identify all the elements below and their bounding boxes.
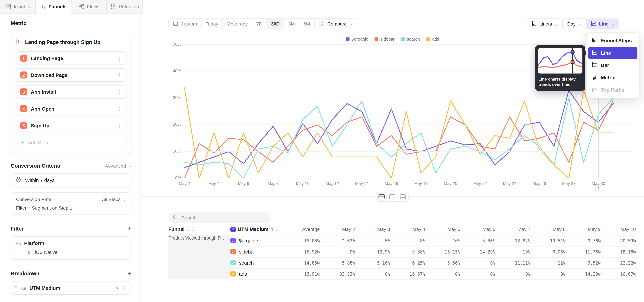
range-7d[interactable]: 7D xyxy=(252,19,267,29)
column-header-date[interactable]: May 10 xyxy=(600,224,636,235)
chart-view-button[interactable] xyxy=(387,192,398,201)
funnel-step-4[interactable]: 4 App Open ⋮ xyxy=(16,102,126,116)
funnel-header-label: Funnel xyxy=(168,226,184,232)
range-3m[interactable]: 3M xyxy=(284,19,299,29)
annotation-badge[interactable]: 1 xyxy=(595,185,602,192)
legend-swatch xyxy=(346,37,350,41)
drag-handle-icon[interactable]: ☰ xyxy=(14,286,18,290)
step-kebab-icon[interactable]: ⋮ xyxy=(117,123,122,128)
segment-selector[interactable]: Filter + Segment on Step 1 ⌄ xyxy=(16,205,126,210)
funnel-step-1[interactable]: 1 Landing Page ⋮ xyxy=(16,51,126,65)
table-row[interactable]: ✓ads 13.91% 33.33% 0% 16.67% 0% 0% 0% 0%… xyxy=(168,268,636,279)
compare-label: Compare xyxy=(327,21,347,26)
funnel-cell[interactable]: Product Viewed through P... xyxy=(168,235,230,279)
table-row[interactable]: ✓sidebar 15.92% 0% 12.9% 9.38% 15.15% 14… xyxy=(168,246,636,257)
x-axis-tick-label: May 12 xyxy=(320,181,345,186)
range-30d[interactable]: 30D xyxy=(267,19,284,29)
funnel-step-5[interactable]: 5 Sign Up ⋮ xyxy=(16,119,126,132)
annotation-line xyxy=(362,45,362,178)
breakdown-column-header[interactable]: ✓ UTM Medium 4 ⌄ xyxy=(230,224,285,235)
legend-item-ads[interactable]: ads xyxy=(426,36,439,42)
row-checkbox[interactable]: ✓ xyxy=(230,260,236,266)
compare-button[interactable]: Compare ⌄ xyxy=(323,18,357,29)
chevron-down-icon: ⌄ xyxy=(555,22,558,26)
add-breakdown-button[interactable]: + xyxy=(128,270,131,276)
tab-insights[interactable]: Insights xyxy=(0,0,36,14)
row-checkbox[interactable]: ✓ xyxy=(230,271,236,276)
step-kebab-icon[interactable]: ⋮ xyxy=(117,90,122,94)
legend-item-organic[interactable]: $organic xyxy=(346,36,368,42)
value-cell: 2.63% xyxy=(320,235,355,246)
row-checkbox[interactable]: ✓ xyxy=(230,238,236,243)
funnel-column-header[interactable]: Funnel 1 ⌄ xyxy=(168,224,230,235)
range-today[interactable]: Today xyxy=(202,19,223,29)
column-header-average[interactable]: Average xyxy=(285,224,320,235)
chevron-down-icon: ⌄ xyxy=(122,197,126,202)
step-number-badge: 5 xyxy=(20,122,27,129)
tab-flows[interactable]: Flows xyxy=(71,0,107,14)
range-yesterday[interactable]: Yesterday xyxy=(223,19,252,29)
breakdown-header-label: UTM Medium xyxy=(238,226,268,232)
filter-card[interactable]: Aa Platform ⋮ Is iOS Native xyxy=(11,236,132,260)
conversion-window-button[interactable]: Within 7 days xyxy=(11,173,132,187)
interval-selector-button[interactable]: Day ⌄ xyxy=(563,18,586,29)
chevron-down-icon: ⌄ xyxy=(578,22,582,26)
legend-item-search[interactable]: search xyxy=(401,36,420,42)
remove-breakdown-icon[interactable]: × xyxy=(116,285,119,290)
chart-type-button[interactable]: Line ⌄ xyxy=(586,18,619,29)
menu-item-metric[interactable]: # Metric xyxy=(588,72,638,84)
row-checkbox[interactable]: ✓ xyxy=(230,249,236,254)
annotation-badge[interactable]: 1 xyxy=(358,185,366,192)
menu-item-bar[interactable]: Bar xyxy=(588,59,638,72)
menu-item-funnel-steps[interactable]: Funnel Steps xyxy=(588,34,638,47)
table-row[interactable]: ✓search 14.85% 5.88% 5.26% 6.25% 5.56% 0… xyxy=(168,257,636,268)
conversion-rate-selector[interactable]: All Steps ⌄ xyxy=(102,197,126,202)
step-kebab-icon[interactable]: ⋮ xyxy=(117,72,122,77)
table-row[interactable]: Product Viewed through P... ✓$organic 16… xyxy=(168,235,636,246)
tab-label: Funnels xyxy=(48,4,66,9)
breakdown-property: UTM Medium xyxy=(30,285,112,290)
breakdown-card[interactable]: ☰ Aa UTM Medium × ⋮ xyxy=(11,281,132,294)
column-header-date[interactable]: May 6 xyxy=(460,224,495,235)
menu-item-line[interactable]: Line xyxy=(588,47,638,59)
column-header-date[interactable]: May 3 xyxy=(355,224,390,235)
table-search[interactable] xyxy=(168,212,271,223)
funnel-step-2[interactable]: 2 Download Page ⋮ xyxy=(16,68,126,82)
column-header-date[interactable]: May 9 xyxy=(566,224,600,235)
funnel-step-3[interactable]: 3 App Install ⋮ xyxy=(16,85,126,99)
value-cell: 19.51% xyxy=(530,235,566,246)
legend-item-sidebar[interactable]: sidebar xyxy=(375,36,394,42)
filter-operator[interactable]: Is xyxy=(26,250,30,255)
column-header-date[interactable]: May 8 xyxy=(530,224,566,235)
column-header-date[interactable]: May 7 xyxy=(496,224,530,235)
range-custom[interactable]: Custom xyxy=(169,19,202,29)
search-input[interactable] xyxy=(181,215,267,220)
column-header-date[interactable]: May 5 xyxy=(425,224,460,235)
value-cell: 0% xyxy=(355,268,390,279)
menu-item-label: Bar xyxy=(601,62,609,68)
value-cell: 11.76% xyxy=(566,246,600,257)
step-kebab-icon[interactable]: ⋮ xyxy=(117,106,122,111)
add-step-button[interactable]: + Add Step xyxy=(16,136,126,149)
filter-value[interactable]: iOS Native xyxy=(35,250,58,255)
series-line-ads xyxy=(184,88,613,178)
breakdown-kebab-icon[interactable]: ⋮ xyxy=(122,286,127,290)
metric-kebab-icon[interactable]: ⋮ xyxy=(122,40,126,45)
advanced-toggle[interactable]: Advanced ⌄ xyxy=(105,163,132,168)
select-all-checkbox[interactable]: ✓ xyxy=(230,227,236,232)
tab-retention[interactable]: Retention xyxy=(107,0,142,14)
value-cell: 14.29% xyxy=(566,268,600,279)
table-view-button[interactable] xyxy=(398,192,408,201)
conversion-rate-value: All Steps xyxy=(102,197,120,202)
column-header-date[interactable]: May 4 xyxy=(390,224,425,235)
tab-funnels[interactable]: Funnels xyxy=(36,0,71,14)
column-header-date[interactable]: May 2 xyxy=(320,224,355,235)
filter-kebab-icon[interactable]: ⋮ xyxy=(122,241,126,246)
range-6m[interactable]: 6M xyxy=(299,19,314,29)
add-filter-button[interactable]: + xyxy=(128,226,131,232)
x-axis-tick-label: May 10 xyxy=(290,181,315,186)
split-view-button[interactable] xyxy=(376,192,387,201)
step-kebab-icon[interactable]: ⋮ xyxy=(117,56,122,60)
scale-selector-button[interactable]: Linear ⌄ xyxy=(527,18,563,29)
chevron-down-icon: ⌄ xyxy=(128,164,132,168)
